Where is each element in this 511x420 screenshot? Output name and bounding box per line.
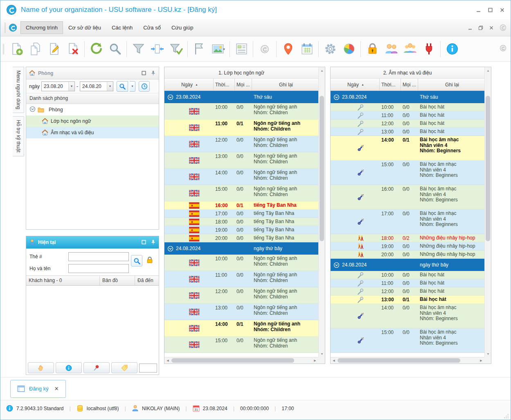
scroll-down-icon[interactable]: ▼ [485,350,491,357]
toolbar-calendar-button[interactable] [297,40,316,59]
current-tag-button[interactable] [111,362,137,373]
toolbar-employees-button[interactable] [382,40,401,59]
toolbar-flag-button[interactable] [190,40,209,59]
toolbar-filter-button[interactable] [129,40,148,59]
schedule-row[interactable]: 12:000/0Bài học hát [331,287,484,296]
current-hand-button[interactable] [28,362,54,373]
panel-maximize-icon[interactable] [141,70,146,76]
schedule-row[interactable]: 14:000/0Ngôn ngữ tiếng anhNhóm: Children [164,169,318,185]
scroll-thumb[interactable] [171,358,294,363]
panel-maximize-icon[interactable] [141,239,146,245]
schedule-row[interactable]: 11:000/0Ngôn ngữ tiếng anhNhóm: Children [164,271,318,287]
scroll-up-icon[interactable]: ▲ [319,67,325,74]
rooms-search-button[interactable] [117,81,128,92]
schedule-row[interactable]: 10:000/0Ngôn ngữ tiếng anhNhóm: Children [164,103,318,120]
scroll-thumb[interactable] [320,96,324,241]
schedule-row[interactable]: 20:000/0Những điệu nhảy hip-hop [331,251,484,259]
schedule-row[interactable]: 10:000/0Ngôn ngữ tiếng anhNhóm: Children [164,255,318,271]
date-group-row[interactable]: 23.08.2024Thứ sáu [331,91,484,103]
side-tab-2[interactable]: Hỗ trợ kỹ thuật [13,116,24,156]
date-group-row[interactable]: 23.08.2024Thứ sáu [164,91,318,103]
collapse-icon[interactable] [331,94,342,100]
date-group-row[interactable]: 24.08.2024ngày thứ bảy [164,242,318,255]
scroll-left-icon[interactable]: ◀ [331,357,337,364]
toolbar-settings-button[interactable] [321,40,340,59]
schedule-row[interactable]: 13:000/0Ngôn ngữ tiếng anhNhóm: Children [164,152,318,169]
current-pin-button[interactable] [83,362,110,373]
menubar-grip[interactable] [5,23,6,33]
horizontal-scrollbar[interactable]: ◀▶ [164,357,318,364]
collapse-icon[interactable] [164,246,176,252]
menu-item[interactable]: Cửa sổ [138,21,166,34]
schedule-row[interactable]: 11:000/1Ngôn ngữ tiếng anhNhóm: Children [164,120,318,136]
side-tab-1[interactable]: Menu người dùng [13,67,24,113]
tree-room-row[interactable]: Âm nhạc và vũ điệu [26,127,159,138]
clients-column-header[interactable]: Bản đồ [100,276,135,285]
menu-item[interactable]: Chương trình [20,21,63,34]
toolbar-filter-check-button[interactable] [167,40,185,59]
toolbar-copy-button[interactable] [26,40,45,59]
mdi-close-icon[interactable] [489,25,494,30]
schedule-row[interactable]: 15:000/0Ngôn ngữ tiếng anhNhóm: Children [164,336,318,353]
toolbar-integrations-button[interactable] [419,40,438,59]
scroll-up-icon[interactable]: ▲ [485,67,491,74]
chevron-down-icon[interactable]: ▾ [223,47,225,51]
toolbar-info-button[interactable] [443,40,461,59]
clients-table-body[interactable] [26,286,159,360]
mdi-minimize-icon[interactable] [468,25,473,30]
panel-pin-icon[interactable] [151,70,156,76]
date-from-select[interactable]: 23.08.20▾ [41,81,75,91]
toolbar-delete-button[interactable] [63,40,82,59]
schedule-row[interactable]: 11:000/0Bài học hát [331,111,484,120]
scroll-right-icon[interactable]: ▶ [478,357,484,364]
column-header-date[interactable]: Ngày▲ [331,79,380,90]
date-to-select[interactable]: 24.08.20▾ [80,81,113,91]
current-info-button[interactable] [56,362,82,373]
column-header-time[interactable]: Thời... [380,79,401,90]
schedule-row[interactable]: 15:000/0Bài học âm nhạcNhân viên 4Nhóm: … [331,328,484,353]
column-header-time[interactable]: Thời... [214,79,235,90]
toolbar-report-columns-button[interactable] [148,40,167,59]
schedule-row[interactable]: 12:000/0Ngôn ngữ tiếng anhNhóm: Children [164,287,318,304]
schedule-row[interactable]: 10:000/0Bài học hát [331,271,484,279]
maximize-icon[interactable] [488,7,493,13]
toolbar-search-button[interactable] [106,40,124,59]
toolbar-forms-button[interactable] [232,40,251,59]
horizontal-scrollbar[interactable]: ◀▶ [331,357,484,364]
schedule-row[interactable]: 11:000/0Bài học hát [331,279,484,287]
schedule-row[interactable]: 14:000/0Bài học âm nhạcNhân viên 4Nhóm: … [331,304,484,328]
schedule-row[interactable]: 17:000/0tiếng Tây Ban Nha [164,210,318,218]
card-number-input[interactable] [68,252,129,261]
rooms-list-header[interactable]: Danh sách phòng [26,93,159,104]
schedule-row[interactable]: 13:000/0Ngôn ngữ tiếng anhNhóm: Children [164,304,318,320]
menu-item[interactable]: Cơ sở dữ liệu [63,21,106,34]
panel-pin-icon[interactable] [151,239,156,245]
current-search-button[interactable] [131,255,142,266]
toolbar-usu-badge-button[interactable] [255,40,274,59]
close-icon[interactable] [500,7,505,13]
column-header-date[interactable]: Ngày▲ [164,79,214,90]
collapse-icon[interactable] [331,262,342,268]
column-header-note[interactable]: Ghi lại [252,79,318,90]
schedule-row[interactable]: 12:000/0Ngôn ngữ tiếng anhNhóm: Children [164,136,318,152]
scroll-right-icon[interactable]: ▶ [312,357,318,364]
menu-item[interactable]: Cứu giúp [166,21,199,34]
schedule-row[interactable]: 13:000/1Bài học hát [331,296,484,304]
mdi-restore-icon[interactable] [478,25,483,30]
full-name-input[interactable] [68,264,129,273]
vertical-scrollbar[interactable]: ▲▼ [484,67,491,357]
minimize-icon[interactable] [476,7,481,13]
schedule-row[interactable]: 12:000/0Bài học hát [331,120,484,128]
schedule-row[interactable]: 19:000/0tiếng Tây Ban Nha [164,226,318,234]
toolbar-image-report-button[interactable]: ▾ [209,40,227,59]
schedule-row[interactable]: 16:000/1tiếng Tây Ban Nha [164,201,318,210]
schedule-row[interactable]: 15:000/0Ngôn ngữ tiếng anhNhóm: Children [164,185,318,201]
schedule-row[interactable]: 13:000/0Bài học hát [331,128,484,136]
scroll-thumb[interactable] [338,358,460,363]
date-group-row[interactable]: 24.08.2024ngày thứ bảy [331,259,484,271]
schedule-row[interactable]: 16:000/0Bài học âm nhạcNhân viên 4Nhóm: … [331,185,484,210]
column-header-capacity[interactable]: Mọi ... [235,79,252,90]
collapse-icon[interactable] [164,94,176,100]
schedule-row[interactable]: 15:000/0Bài học âm nhạcNhân viên 4Nhóm: … [331,160,484,185]
tree-root-row[interactable]: Phòng [26,104,159,115]
